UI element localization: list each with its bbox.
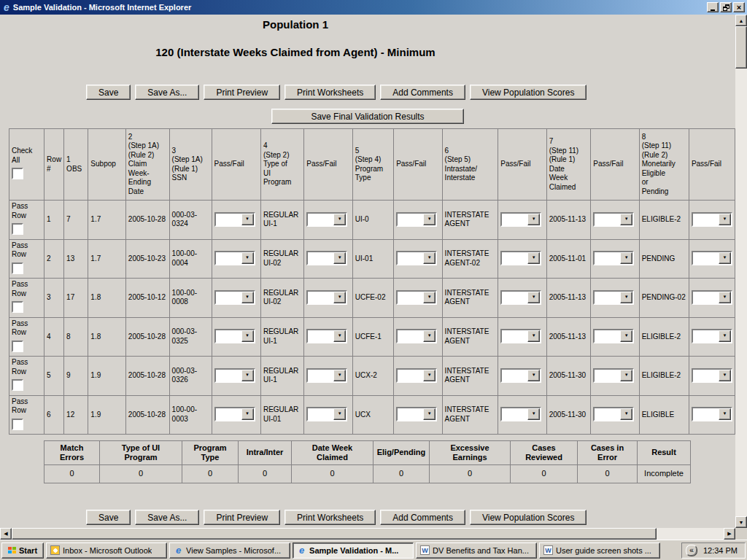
taskbar-button-sample-validation-m[interactable]: eSample Validation - M... — [293, 542, 414, 559]
pass-row-checkbox[interactable] — [12, 301, 23, 313]
ssn-pass-fail-select[interactable]: ▼ — [214, 368, 255, 383]
dropdown-arrow-icon[interactable]: ▼ — [719, 252, 731, 264]
date-week-pass-fail-select[interactable]: ▼ — [593, 407, 634, 421]
dropdown-arrow-icon[interactable]: ▼ — [423, 330, 436, 342]
check-all-checkbox[interactable] — [12, 168, 23, 179]
print-preview-button[interactable]: Print Preview — [204, 510, 280, 525]
dropdown-arrow-icon[interactable]: ▼ — [241, 330, 254, 342]
view-population-scores-button[interactable]: View Population Scores — [470, 85, 587, 100]
tray-expand-button[interactable]: « — [686, 545, 697, 556]
dropdown-arrow-icon[interactable]: ▼ — [527, 214, 540, 225]
dropdown-arrow-icon[interactable]: ▼ — [719, 330, 731, 342]
ssn-pass-fail-select[interactable]: ▼ — [214, 290, 255, 305]
program-type-pass-fail-select[interactable]: ▼ — [396, 329, 437, 343]
add-comments-button[interactable]: Add Comments — [380, 510, 465, 525]
dropdown-arrow-icon[interactable]: ▼ — [719, 408, 731, 420]
dropdown-arrow-icon[interactable]: ▼ — [333, 408, 346, 420]
intrastate-pass-fail-select[interactable]: ▼ — [500, 368, 541, 383]
taskbar-button-dv-benefits-and-tax-han[interactable]: WDV Benefits and Tax Han... — [416, 542, 537, 559]
vertical-scrollbar[interactable]: ▲ ▼ — [735, 15, 747, 528]
close-button[interactable]: × — [733, 2, 745, 12]
dropdown-arrow-icon[interactable]: ▼ — [527, 408, 540, 420]
program-type-pass-fail-select[interactable]: ▼ — [396, 212, 437, 227]
dropdown-arrow-icon[interactable]: ▼ — [527, 330, 540, 342]
dropdown-arrow-icon[interactable]: ▼ — [527, 292, 540, 303]
pass-row-checkbox[interactable] — [12, 419, 23, 430]
dropdown-arrow-icon[interactable]: ▼ — [719, 370, 731, 381]
dropdown-arrow-icon[interactable]: ▼ — [241, 214, 254, 225]
save-final-validation-results-button[interactable]: Save Final Validation Results — [271, 109, 464, 124]
ssn-pass-fail-select[interactable]: ▼ — [214, 407, 255, 421]
add-comments-button[interactable]: Add Comments — [380, 85, 465, 100]
save-as-button[interactable]: Save As... — [135, 85, 199, 100]
ui-program-pass-fail-select[interactable]: ▼ — [306, 212, 347, 227]
ui-program-pass-fail-select[interactable]: ▼ — [306, 251, 347, 265]
dropdown-arrow-icon[interactable]: ▼ — [527, 370, 540, 381]
eligible-pass-fail-select[interactable]: ▼ — [692, 407, 732, 421]
dropdown-arrow-icon[interactable]: ▼ — [423, 214, 436, 225]
dropdown-arrow-icon[interactable]: ▼ — [620, 370, 632, 381]
save-as-button[interactable]: Save As... — [135, 510, 199, 525]
program-type-pass-fail-select[interactable]: ▼ — [396, 368, 437, 383]
program-type-pass-fail-select[interactable]: ▼ — [396, 290, 437, 305]
program-type-pass-fail-select[interactable]: ▼ — [396, 251, 437, 265]
intrastate-pass-fail-select[interactable]: ▼ — [500, 212, 541, 227]
dropdown-arrow-icon[interactable]: ▼ — [719, 292, 731, 303]
dropdown-arrow-icon[interactable]: ▼ — [620, 214, 632, 225]
dropdown-arrow-icon[interactable]: ▼ — [423, 370, 436, 381]
dropdown-arrow-icon[interactable]: ▼ — [527, 252, 540, 264]
start-button[interactable]: Start — [1, 542, 44, 559]
scroll-down-button[interactable]: ▼ — [735, 516, 747, 528]
ui-program-pass-fail-select[interactable]: ▼ — [306, 407, 347, 421]
date-week-pass-fail-select[interactable]: ▼ — [593, 251, 634, 265]
horizontal-scrollbar-thumb[interactable] — [12, 528, 657, 540]
print-worksheets-button[interactable]: Print Worksheets — [285, 85, 376, 100]
dropdown-arrow-icon[interactable]: ▼ — [333, 252, 346, 264]
scroll-right-button[interactable]: ▶ — [724, 528, 735, 540]
ssn-pass-fail-select[interactable]: ▼ — [214, 212, 255, 227]
ui-program-pass-fail-select[interactable]: ▼ — [306, 290, 347, 305]
intrastate-pass-fail-select[interactable]: ▼ — [500, 407, 541, 421]
dropdown-arrow-icon[interactable]: ▼ — [620, 292, 632, 303]
horizontal-scrollbar[interactable]: ◀ ▶ — [0, 528, 735, 540]
dropdown-arrow-icon[interactable]: ▼ — [241, 292, 254, 303]
dropdown-arrow-icon[interactable]: ▼ — [423, 292, 436, 303]
ui-program-pass-fail-select[interactable]: ▼ — [306, 368, 347, 383]
intrastate-pass-fail-select[interactable]: ▼ — [500, 290, 541, 305]
dropdown-arrow-icon[interactable]: ▼ — [620, 330, 632, 342]
dropdown-arrow-icon[interactable]: ▼ — [333, 292, 346, 303]
intrastate-pass-fail-select[interactable]: ▼ — [500, 251, 541, 265]
save-button[interactable]: Save — [86, 510, 131, 525]
date-week-pass-fail-select[interactable]: ▼ — [593, 212, 634, 227]
taskbar-button-inbox-microsoft-outlook[interactable]: Inbox - Microsoft Outlook — [46, 542, 167, 559]
ssn-pass-fail-select[interactable]: ▼ — [214, 329, 255, 343]
date-week-pass-fail-select[interactable]: ▼ — [593, 329, 634, 343]
eligible-pass-fail-select[interactable]: ▼ — [692, 212, 732, 227]
dropdown-arrow-icon[interactable]: ▼ — [241, 408, 254, 420]
pass-row-checkbox[interactable] — [12, 223, 23, 235]
dropdown-arrow-icon[interactable]: ▼ — [333, 370, 346, 381]
ui-program-pass-fail-select[interactable]: ▼ — [306, 329, 347, 343]
ssn-pass-fail-select[interactable]: ▼ — [214, 251, 255, 265]
eligible-pass-fail-select[interactable]: ▼ — [692, 368, 732, 383]
print-worksheets-button[interactable]: Print Worksheets — [285, 510, 376, 525]
restore-button[interactable] — [720, 2, 732, 12]
dropdown-arrow-icon[interactable]: ▼ — [333, 330, 346, 342]
dropdown-arrow-icon[interactable]: ▼ — [241, 370, 254, 381]
pass-row-checkbox[interactable] — [12, 262, 23, 274]
taskbar-button-view-samples-microsof[interactable]: eView Samples - Microsof... — [169, 542, 290, 559]
save-button[interactable]: Save — [86, 85, 131, 100]
taskbar-button-user-guide-screen-shots[interactable]: WUser guide screen shots ... — [539, 542, 660, 559]
dropdown-arrow-icon[interactable]: ▼ — [620, 252, 632, 264]
eligible-pass-fail-select[interactable]: ▼ — [692, 329, 732, 343]
date-week-pass-fail-select[interactable]: ▼ — [593, 368, 634, 383]
dropdown-arrow-icon[interactable]: ▼ — [620, 408, 632, 420]
scroll-left-button[interactable]: ◀ — [0, 528, 12, 540]
program-type-pass-fail-select[interactable]: ▼ — [396, 407, 437, 421]
view-population-scores-button[interactable]: View Population Scores — [470, 510, 587, 525]
eligible-pass-fail-select[interactable]: ▼ — [692, 251, 732, 265]
dropdown-arrow-icon[interactable]: ▼ — [423, 408, 436, 420]
pass-row-checkbox[interactable] — [12, 341, 23, 352]
scroll-up-button[interactable]: ▲ — [735, 15, 747, 26]
intrastate-pass-fail-select[interactable]: ▼ — [500, 329, 541, 343]
